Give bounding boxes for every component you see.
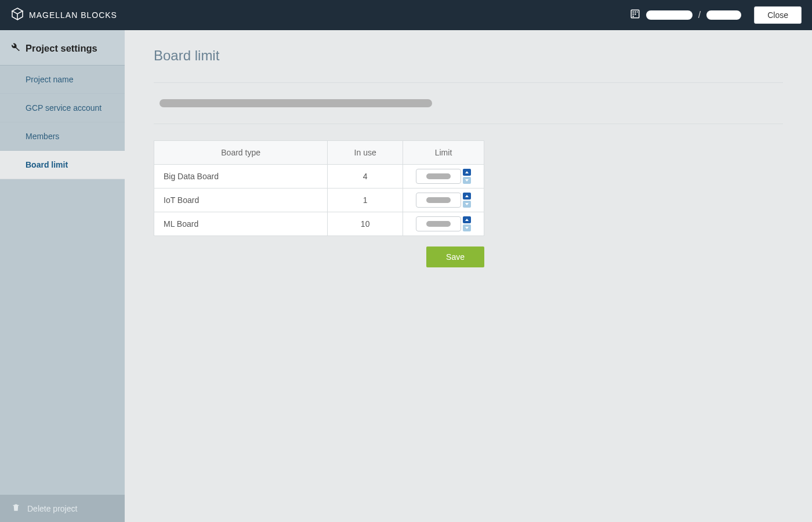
cube-icon <box>10 7 24 23</box>
limit-stepper <box>416 193 471 208</box>
sidebar-item-members[interactable]: Members <box>0 122 125 151</box>
sidebar: Project settings Project name GCP servic… <box>0 30 125 522</box>
sidebar-item-gcp-service-account[interactable]: GCP service account <box>0 94 125 122</box>
svg-rect-2 <box>635 12 636 13</box>
svg-rect-4 <box>632 13 633 14</box>
cell-in-use: 1 <box>328 188 403 212</box>
app-header: MAGELLAN BLOCKS / Close <box>0 0 812 30</box>
table-row: Big Data Board 4 <box>154 165 484 188</box>
sidebar-item-board-limit[interactable]: Board limit <box>0 151 125 179</box>
col-header-limit: Limit <box>403 141 484 165</box>
sidebar-item-project-name[interactable]: Project name <box>0 66 125 94</box>
svg-rect-3 <box>637 12 638 13</box>
save-button[interactable]: Save <box>426 246 484 267</box>
description-row <box>154 83 783 124</box>
cell-in-use: 4 <box>328 165 403 188</box>
cell-board-type: ML Board <box>154 212 328 236</box>
main-content: Board limit Board type In use Limit Big … <box>125 30 812 522</box>
wrench-icon <box>9 42 20 55</box>
cell-in-use: 10 <box>328 212 403 236</box>
org-pill[interactable] <box>646 10 693 20</box>
svg-rect-6 <box>632 16 633 17</box>
stepper-down-button[interactable] <box>463 177 471 184</box>
stepper-up-button[interactable] <box>463 193 471 200</box>
stepper-down-button[interactable] <box>463 224 471 231</box>
board-limit-table: Board type In use Limit Big Data Board 4 <box>154 140 484 236</box>
trash-icon <box>12 503 20 514</box>
cell-board-type: Big Data Board <box>154 165 328 188</box>
limit-input[interactable] <box>416 169 461 184</box>
limit-input[interactable] <box>416 193 461 208</box>
limit-input[interactable] <box>416 216 461 231</box>
project-pill[interactable] <box>706 10 741 20</box>
brand-name: MAGELLAN BLOCKS <box>29 10 117 20</box>
col-header-inuse: In use <box>328 141 403 165</box>
brand-logo: MAGELLAN BLOCKS <box>10 7 117 23</box>
delete-project-button[interactable]: Delete project <box>0 495 125 522</box>
table-row: IoT Board 1 <box>154 188 484 212</box>
divider <box>154 124 783 124</box>
svg-rect-5 <box>635 13 636 14</box>
sidebar-title: Project settings <box>0 30 125 66</box>
stepper-up-button[interactable] <box>463 216 471 223</box>
building-icon <box>630 9 640 21</box>
description-placeholder <box>160 99 432 107</box>
stepper-down-button[interactable] <box>463 201 471 208</box>
stepper-up-button[interactable] <box>463 169 471 176</box>
header-right: / Close <box>630 6 802 24</box>
svg-rect-1 <box>632 12 633 13</box>
cell-board-type: IoT Board <box>154 188 328 212</box>
page-title: Board limit <box>154 48 783 64</box>
close-button[interactable]: Close <box>754 6 802 24</box>
delete-project-label: Delete project <box>27 504 77 513</box>
limit-stepper <box>416 216 471 231</box>
table-row: ML Board 10 <box>154 212 484 236</box>
col-header-type: Board type <box>154 141 328 165</box>
limit-stepper <box>416 169 471 184</box>
breadcrumb-separator: / <box>698 10 701 20</box>
